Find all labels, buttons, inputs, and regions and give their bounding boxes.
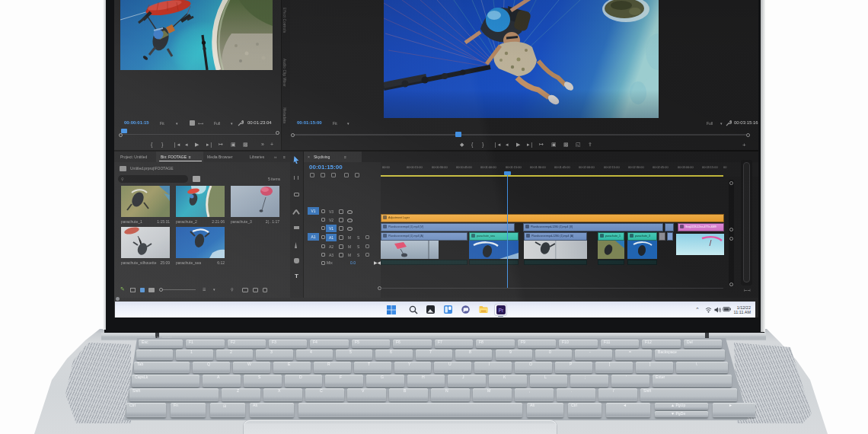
svg-text:Pr: Pr [498, 307, 503, 312]
